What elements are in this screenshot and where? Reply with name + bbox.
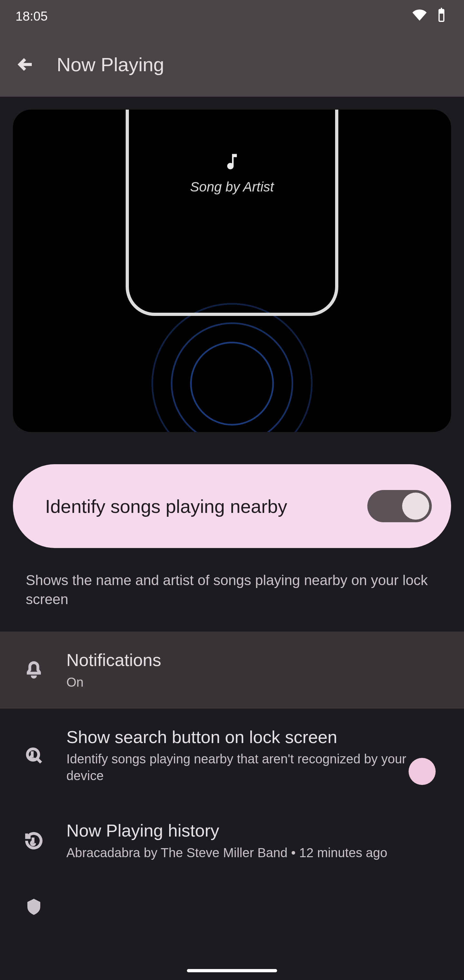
identify-songs-label: Identify songs playing nearby [45,495,287,517]
now-playing-history-title: Now Playing history [67,820,438,841]
status-time: 18:05 [16,9,48,24]
hero-demo-label: Song by Artist [190,179,274,195]
battery-icon [434,8,448,25]
identify-songs-primary-toggle[interactable]: Identify songs playing nearby [13,464,451,548]
row-text: Now Playing history Abracadabra by The S… [67,820,438,861]
settings-list: Notifications On Show search button on l… [0,632,464,916]
gesture-nav-bar[interactable] [187,969,277,972]
page-title: Now Playing [57,54,164,76]
svg-line-2 [37,759,41,763]
back-button[interactable] [10,49,41,80]
status-bar: 18:05 [0,0,464,32]
settings-chip-icon [24,897,43,916]
notifications-row[interactable]: Notifications On [0,632,464,709]
show-search-button-row[interactable]: Show search button on lock screen Identi… [0,709,464,802]
row-icon [19,831,48,850]
identify-songs-description: Shows the name and artist of songs playi… [26,571,438,609]
row-icon [19,660,48,679]
identify-songs-switch[interactable] [367,490,432,522]
row-text: Show search button on lock screen Identi… [67,727,420,784]
song-search-icon [24,746,43,765]
phone-demo-content: Song by Artist [190,148,274,195]
history-icon [24,831,43,850]
now-playing-history-sub: Abracadabra by The Steve Miller Band • 1… [67,844,438,861]
ripple-ring [190,342,274,426]
status-right [412,8,448,25]
wifi-icon [412,8,427,25]
phone-outline-icon: Song by Artist [126,110,338,316]
notifications-title: Notifications [67,649,438,671]
partial-row[interactable] [0,879,464,916]
row-icon [19,746,48,765]
row-text: Notifications On [67,649,438,690]
show-search-button-title: Show search button on lock screen [67,727,420,748]
hero-illustration: Song by Artist [13,110,451,432]
row-icon [19,897,48,916]
content-area: Song by Artist Identify songs playing ne… [0,97,464,980]
arrow-left-icon [17,56,35,73]
music-note-icon [222,148,242,175]
bell-icon [24,660,43,679]
app-bar: Now Playing [0,32,464,97]
now-playing-history-row[interactable]: Now Playing history Abracadabra by The S… [0,802,464,879]
notifications-sub: On [67,674,438,690]
hero-inner: Song by Artist [13,110,451,432]
show-search-button-sub: Identify songs playing nearby that aren'… [67,751,420,784]
